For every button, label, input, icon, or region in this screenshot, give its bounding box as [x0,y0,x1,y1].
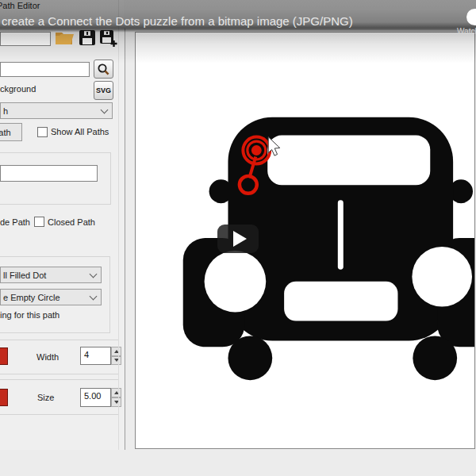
path-setting-label: ing for this path [0,310,60,320]
connector-style-value: e Empty Circle [3,293,90,302]
video-play-button[interactable] [217,225,259,253]
path-select-value: h [3,106,102,116]
dialog-button-bar: Cancel [0,450,476,476]
drawing-canvas[interactable] [135,32,475,449]
file-path-input[interactable] [0,32,51,46]
width-value[interactable]: 4 [80,347,111,365]
path-select-dropdown[interactable]: h [0,102,113,119]
dot-color-swatch[interactable] [0,389,8,406]
chevron-down-icon [90,270,98,278]
size-decrement-button[interactable] [111,397,121,407]
save-icon [78,29,97,47]
panel-splitter[interactable] [125,29,125,450]
window-title: Path Editor [0,1,40,10]
watch-later-label: Watch later [457,27,476,36]
closed-path-label: Closed Path [48,217,95,227]
width-increment-button[interactable] [111,347,121,356]
dot-style-dropdown[interactable]: ll Filled Dot [0,267,102,283]
search-icon [97,63,110,76]
dot-style-value: ll Filled Dot [3,271,90,280]
width-label: Width [36,352,59,362]
path-editor-panel: ckground SVG h ath Show All Paths de Pat… [0,0,124,451]
watch-later-icon[interactable] [466,9,476,25]
size-label: Size [37,393,54,402]
path-name-input[interactable] [0,165,98,182]
size-value[interactable]: 5.00 [80,388,111,407]
chevron-down-icon [90,292,98,300]
connector-style-dropdown[interactable]: e Empty Circle [0,289,102,305]
folder-open-icon [53,29,76,47]
size-increment-button[interactable] [111,388,121,397]
size-spinner[interactable]: 5.00 [80,388,121,407]
video-title[interactable]: create a Connect the Dots puzzle from a … [2,14,353,28]
search-input[interactable] [0,62,90,77]
width-spinner[interactable]: 4 [80,347,121,365]
svg-export-button[interactable]: SVG [94,81,113,100]
car-bitmap-image [136,33,474,448]
play-icon [233,231,247,247]
open-file-button[interactable] [53,29,76,47]
line-color-swatch[interactable] [0,347,8,365]
path-button[interactable]: ath [0,123,22,141]
save-as-button[interactable] [98,29,117,47]
hide-path-label: de Path [0,217,30,227]
show-all-paths-checkbox[interactable] [37,127,48,137]
show-background-label: ckground [0,84,36,94]
selected-dot-marker[interactable] [243,137,270,164]
zoom-search-button[interactable] [94,60,113,79]
save-button[interactable] [78,29,97,47]
panel-edge [118,0,119,451]
chevron-down-icon [101,106,109,113]
show-all-paths-label: Show All Paths [51,127,109,136]
save-as-icon [98,29,117,47]
closed-path-checkbox[interactable] [34,217,44,227]
width-decrement-button[interactable] [111,356,121,366]
video-frame: ckground SVG h ath Show All Paths de Pat… [0,0,476,476]
